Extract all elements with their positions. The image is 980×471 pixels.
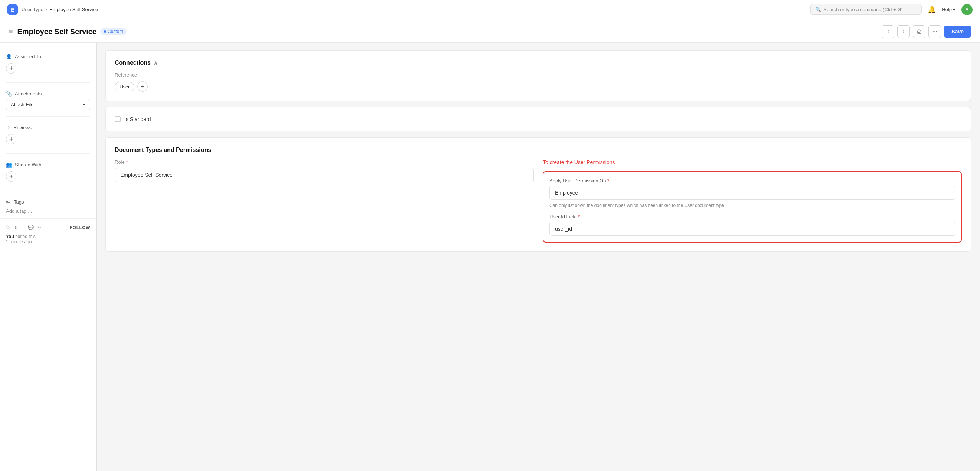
- badge-label: Custom: [108, 29, 123, 34]
- attach-file-plus-icon: +: [83, 102, 85, 107]
- user-connection-tag[interactable]: User: [115, 82, 134, 91]
- reviews-label: ☆ Reviews: [6, 123, 90, 133]
- nav-right-actions: 🔔 Help ▾ A: [928, 4, 972, 15]
- user-id-field: User Id Field * user_id: [549, 214, 955, 236]
- apply-required-star: *: [607, 178, 609, 184]
- header-actions: ‹ › ⎙ ··· Save: [881, 25, 971, 38]
- attachment-icon: 📎: [6, 91, 12, 97]
- search-icon: 🔍: [815, 7, 821, 12]
- custom-badge: Custom: [100, 28, 127, 35]
- is-standard-label: Is Standard: [124, 116, 151, 122]
- reviews-section: ☆ Reviews +: [0, 120, 96, 150]
- add-review-button[interactable]: +: [6, 134, 16, 144]
- heart-icon[interactable]: ♡: [6, 225, 10, 230]
- user-tag-label: User: [119, 84, 130, 89]
- main-layout: 👤 Assigned To + 📎 Attachments Attach Fil…: [0, 43, 980, 471]
- breadcrumb-current: Employee Self Service: [49, 7, 98, 12]
- help-menu[interactable]: Help ▾: [942, 7, 956, 12]
- add-assigned-to-button[interactable]: +: [6, 63, 16, 73]
- like-row: ♡ 0 · 💬 0 FOLLOW: [6, 225, 90, 230]
- search-placeholder-text: Search or type a command (Ctrl + G): [823, 7, 903, 12]
- attach-file-label: Attach File: [11, 102, 33, 107]
- breadcrumb: User Type › Employee Self Service: [22, 7, 98, 12]
- is-standard-row: Is Standard: [115, 116, 962, 122]
- reviews-icon: ☆: [6, 125, 10, 130]
- apply-permission-field: Apply User Permission On * Employee Can …: [549, 178, 955, 209]
- badge-dot-icon: [104, 30, 106, 33]
- user-id-required-star: *: [578, 214, 580, 220]
- print-button[interactable]: ⎙: [913, 25, 926, 38]
- top-nav: E User Type › Employee Self Service 🔍 Se…: [0, 0, 980, 19]
- edited-by: You: [6, 234, 14, 239]
- doc-permissions-title-text: Document Types and Permissions: [115, 147, 211, 153]
- add-connection-button[interactable]: +: [137, 81, 148, 92]
- prev-button[interactable]: ‹: [881, 25, 894, 38]
- attachments-section: 📎 Attachments Attach File +: [0, 86, 96, 113]
- connections-tags: User +: [115, 81, 962, 92]
- is-standard-checkbox[interactable]: [115, 116, 121, 122]
- attach-file-button[interactable]: Attach File +: [6, 99, 90, 110]
- perms-box: Apply User Permission On * Employee Can …: [543, 171, 962, 243]
- user-permissions-section: To create the User Permissions Apply Use…: [543, 160, 962, 243]
- role-section: Role * Employee Self Service: [115, 160, 534, 243]
- help-chevron-icon: ▾: [953, 7, 956, 12]
- edited-time: 1 minute ago: [6, 239, 32, 244]
- like-count: 0: [15, 225, 18, 230]
- comment-count: 0: [38, 225, 41, 230]
- assigned-to-label: 👤 Assigned To: [6, 52, 90, 62]
- sidebar-divider-1: [6, 83, 90, 83]
- page-header: ≡ Employee Self Service Custom ‹ › ⎙ ···…: [0, 19, 980, 43]
- comment-icon[interactable]: 💬: [28, 225, 34, 230]
- perms-hint-text: To create the User Permissions: [543, 160, 962, 165]
- apply-permission-label: Apply User Permission On *: [549, 178, 955, 184]
- shared-with-section: 👥 Shared With +: [0, 157, 96, 188]
- user-id-label: User Id Field *: [549, 214, 955, 220]
- apply-help-text: Can only list down the document types wh…: [549, 202, 955, 209]
- user-id-value: user_id: [549, 222, 955, 236]
- tags-label: 🏷 Tags: [6, 197, 90, 207]
- tag-icon: 🏷: [6, 199, 11, 205]
- connections-card: Connections ∧ Reference User +: [105, 50, 971, 101]
- sidebar: 👤 Assigned To + 📎 Attachments Attach Fil…: [0, 43, 97, 471]
- collapse-connections-icon[interactable]: ∧: [154, 60, 158, 66]
- add-tag-text[interactable]: Add a tag ...: [6, 207, 90, 216]
- role-label: Role *: [115, 160, 534, 165]
- main-content: Connections ∧ Reference User + Is Standa…: [97, 43, 980, 471]
- sidebar-divider-2: [6, 116, 90, 117]
- more-options-button[interactable]: ···: [928, 25, 941, 38]
- breadcrumb-parent[interactable]: User Type: [22, 7, 43, 12]
- dot-separator: ·: [22, 225, 23, 230]
- connections-reference-label: Reference: [115, 72, 962, 78]
- apply-permission-value: Employee: [549, 186, 955, 200]
- attachments-label: 📎 Attachments: [6, 89, 90, 99]
- connections-title: Connections ∧: [115, 59, 962, 66]
- shared-with-label: 👥 Shared With: [6, 160, 90, 170]
- edited-text: You edited this 1 minute ago: [6, 234, 90, 244]
- role-value: Employee Self Service: [115, 168, 534, 182]
- assigned-to-section: 👤 Assigned To +: [0, 49, 96, 80]
- sidebar-toggle-icon[interactable]: ≡: [9, 28, 13, 36]
- breadcrumb-sep: ›: [46, 7, 47, 12]
- page-title: Employee Self Service: [18, 27, 97, 36]
- add-shared-with-button[interactable]: +: [6, 171, 16, 182]
- shared-with-icon: 👥: [6, 162, 12, 168]
- edited-action-text: edited this: [15, 234, 36, 239]
- notification-bell-icon[interactable]: 🔔: [928, 6, 936, 14]
- follow-button[interactable]: FOLLOW: [70, 225, 90, 230]
- sidebar-bottom: ♡ 0 · 💬 0 FOLLOW You edited this 1 minut…: [0, 219, 96, 251]
- search-bar[interactable]: 🔍 Search or type a command (Ctrl + G): [810, 4, 922, 15]
- sidebar-divider-4: [6, 190, 90, 191]
- tags-section: 🏷 Tags Add a tag ...: [0, 194, 96, 219]
- help-label: Help: [942, 7, 952, 12]
- save-button[interactable]: Save: [944, 26, 971, 38]
- assigned-to-icon: 👤: [6, 54, 12, 59]
- role-required-star: *: [126, 160, 128, 165]
- avatar[interactable]: A: [961, 4, 972, 15]
- doc-perms-grid: Role * Employee Self Service To create t…: [115, 160, 962, 243]
- sidebar-divider-3: [6, 153, 90, 154]
- doc-permissions-title: Document Types and Permissions: [115, 147, 962, 153]
- next-button[interactable]: ›: [897, 25, 910, 38]
- app-logo: E: [8, 5, 18, 15]
- doc-permissions-card: Document Types and Permissions Role * Em…: [105, 137, 971, 252]
- is-standard-card: Is Standard: [105, 107, 971, 131]
